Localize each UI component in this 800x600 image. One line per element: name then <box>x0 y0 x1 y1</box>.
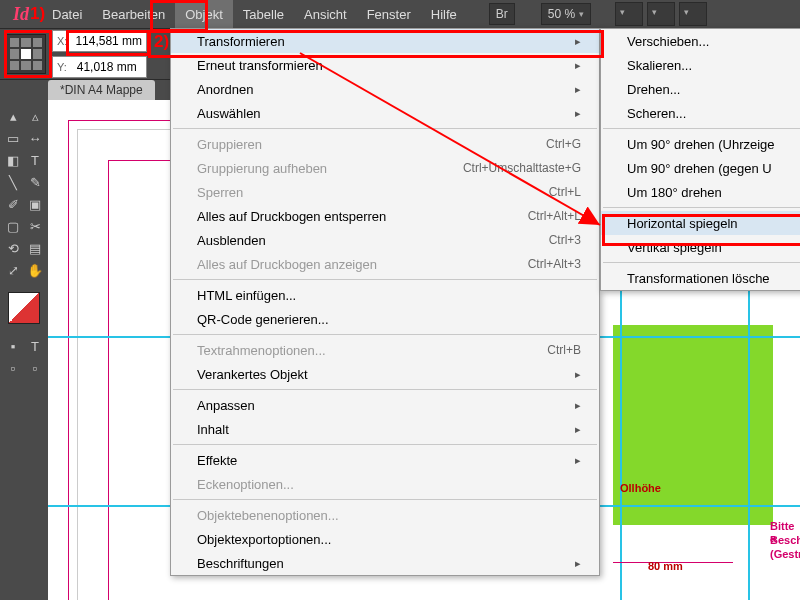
app-logo: Id <box>0 0 42 28</box>
y-label: Y: <box>53 61 71 73</box>
view-options-icon[interactable] <box>615 2 643 26</box>
reference-point-grid[interactable] <box>6 34 46 74</box>
submenu-verschieben[interactable]: Verschieben... <box>601 29 800 53</box>
frame-tool-icon[interactable]: ▣ <box>25 194 45 214</box>
apply-color-icon[interactable]: ▪ <box>3 336 23 356</box>
menu-anpassen[interactable]: Anpassen <box>171 393 599 417</box>
menu-gruppieren: GruppierenCtrl+G <box>171 132 599 156</box>
y-value: 41,018 mm <box>71 60 141 74</box>
zoom-dropdown[interactable]: 50 % <box>541 3 591 25</box>
menu-objektebenenoptionen: Objektebenenoptionen... <box>171 503 599 527</box>
menu-bar: Id Datei Bearbeiten Objekt Tabelle Ansic… <box>0 0 800 29</box>
menu-entsperren[interactable]: Alles auf Druckbogen entsperrenCtrl+Alt+… <box>171 204 599 228</box>
menu-separator <box>173 128 597 129</box>
menu-objektexportoptionen[interactable]: Objektexportoptionen... <box>171 527 599 551</box>
menu-file[interactable]: Datei <box>42 0 92 28</box>
submenu-scheren[interactable]: Scheren... <box>601 101 800 125</box>
scissors-tool-icon[interactable]: ✂ <box>25 216 45 236</box>
rectangle-tool-icon[interactable]: ▢ <box>3 216 23 236</box>
document-tab[interactable]: *DIN A4 Mappe <box>48 80 155 100</box>
screen-mode-icon[interactable] <box>647 2 675 26</box>
bridge-button[interactable]: Br <box>489 3 515 25</box>
menu-beschriftungen[interactable]: Beschriftungen <box>171 551 599 575</box>
menu-textrahmenoptionen: Textrahmenoptionen...Ctrl+B <box>171 338 599 362</box>
pencil-tool-icon[interactable]: ✐ <box>3 194 23 214</box>
menu-ausblenden[interactable]: AusblendenCtrl+3 <box>171 228 599 252</box>
menu-object[interactable]: Objekt <box>175 0 233 28</box>
selection-tool-icon[interactable]: ▴ <box>3 106 23 126</box>
menu-verankertes-objekt[interactable]: Verankertes Objekt <box>171 362 599 386</box>
submenu-drehen-90-uhr[interactable]: Um 90° drehen (Uhrzeige <box>601 132 800 156</box>
content-tool-icon[interactable]: ◧ <box>3 150 23 170</box>
submenu-vertikal-spiegeln[interactable]: Vertikal spiegeln <box>601 235 800 259</box>
view-mode-preview-icon[interactable]: ▫ <box>25 358 45 378</box>
menu-separator <box>603 207 800 208</box>
menu-effekte[interactable]: Effekte <box>171 448 599 472</box>
menu-separator <box>173 279 597 280</box>
label-ollhoehe: Ollhöhe <box>620 482 661 494</box>
menu-separator <box>173 389 597 390</box>
menu-separator <box>173 499 597 500</box>
line-tool-icon[interactable]: ╲ <box>3 172 23 192</box>
submenu-drehen-180[interactable]: Um 180° drehen <box>601 180 800 204</box>
submenu-skalieren[interactable]: Skalieren... <box>601 53 800 77</box>
page-tool-icon[interactable]: ▭ <box>3 128 23 148</box>
label-besch: Besch <box>770 534 800 546</box>
submenu-transformationen-loeschen[interactable]: Transformationen lösche <box>601 266 800 290</box>
menu-gruppierung-aufheben: Gruppierung aufhebenCtrl+Umschalttaste+G <box>171 156 599 180</box>
arrange-docs-icon[interactable] <box>679 2 707 26</box>
submenu-drehen[interactable]: Drehen... <box>601 77 800 101</box>
x-label: X: <box>53 35 71 47</box>
menu-edit[interactable]: Bearbeiten <box>92 0 175 28</box>
menu-auswaehlen[interactable]: Auswählen <box>171 101 599 125</box>
menu-window[interactable]: Fenster <box>357 0 421 28</box>
view-mode-normal-icon[interactable]: ▫ <box>3 358 23 378</box>
label-80mm: 80 mm <box>648 560 683 572</box>
gap-tool-icon[interactable]: ↔ <box>25 128 45 148</box>
menu-transformieren[interactable]: Transformieren <box>171 29 599 53</box>
menu-eckenoptionen: Eckenoptionen... <box>171 472 599 496</box>
menu-separator <box>173 334 597 335</box>
tools-panel: ▴▵ ▭↔ ◧T ╲✎ ✐▣ ▢✂ ⟲▤ ⤢✋ ▪T ▫▫ <box>0 100 49 600</box>
menu-qr-generieren[interactable]: QR-Code generieren... <box>171 307 599 331</box>
menu-table[interactable]: Tabelle <box>233 0 294 28</box>
menu-html-einfuegen[interactable]: HTML einfügen... <box>171 283 599 307</box>
pen-tool-icon[interactable]: ✎ <box>25 172 45 192</box>
apply-none-icon[interactable]: T <box>25 336 45 356</box>
menu-anordnen[interactable]: Anordnen <box>171 77 599 101</box>
menu-sperren: SperrenCtrl+L <box>171 180 599 204</box>
x-value: 114,581 mm <box>71 34 146 48</box>
menu-separator <box>603 262 800 263</box>
x-field[interactable]: X: 114,581 mm <box>52 30 147 52</box>
transform-submenu: Verschieben... Skalieren... Drehen... Sc… <box>600 28 800 291</box>
gradient-tool-icon[interactable]: ▤ <box>25 238 45 258</box>
y-field[interactable]: Y: 41,018 mm <box>52 56 147 78</box>
transform-tool-icon[interactable]: ⟲ <box>3 238 23 258</box>
object-dropdown-menu: Transformieren Erneut transformieren Ano… <box>170 28 600 576</box>
menu-view[interactable]: Ansicht <box>294 0 357 28</box>
menu-separator <box>173 444 597 445</box>
type-tool-icon[interactable]: T <box>25 150 45 170</box>
menu-erneut-transformieren[interactable]: Erneut transformieren <box>171 53 599 77</box>
eyedropper-tool-icon[interactable]: ⤢ <box>3 260 23 280</box>
hand-tool-icon[interactable]: ✋ <box>25 260 45 280</box>
menu-help[interactable]: Hilfe <box>421 0 467 28</box>
submenu-drehen-90-gegen[interactable]: Um 90° drehen (gegen U <box>601 156 800 180</box>
submenu-horizontal-spiegeln[interactable]: Horizontal spiegeln <box>601 211 800 235</box>
menu-separator <box>603 128 800 129</box>
label-gest: (Gestn <box>770 548 800 560</box>
fill-stroke-swatch[interactable] <box>8 292 40 324</box>
document-tabs: *DIN A4 Mappe <box>48 78 155 100</box>
menu-inhalt[interactable]: Inhalt <box>171 417 599 441</box>
direct-selection-tool-icon[interactable]: ▵ <box>25 106 45 126</box>
menu-anzeigen: Alles auf Druckbogen anzeigenCtrl+Alt+3 <box>171 252 599 276</box>
